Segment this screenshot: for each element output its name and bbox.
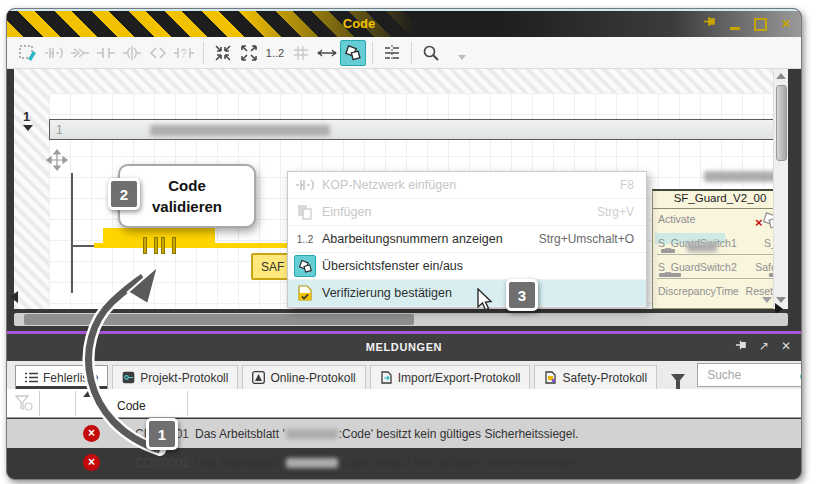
pin-slider [661, 249, 675, 253]
contact-bar-icon [143, 237, 147, 254]
sort-ascending-icon[interactable] [83, 391, 93, 397]
menu-item-kop-netzwerk[interactable]: KOP-Netzwerk einfügen F8 [288, 172, 646, 199]
network-title-redacted [150, 125, 330, 136]
horizontal-scrollbar[interactable] [14, 313, 788, 326]
svg-text:?: ? [181, 48, 187, 59]
step-badge-2: 2 [108, 178, 140, 210]
overview-window-icon [288, 255, 322, 277]
worksheet-name-redacted [286, 429, 338, 439]
pin-value-redacted [687, 243, 717, 252]
zoom-dropdown-caret[interactable] [458, 55, 466, 60]
worksheet-name-redacted [286, 458, 338, 468]
context-menu: KOP-Netzwerk einfügen F8 Einfügen Strg+V… [287, 171, 647, 308]
messages-table-header: Code [7, 389, 801, 418]
safety-log-icon [544, 371, 557, 384]
function-block[interactable]: SF_Guard_V2_00 Activate × S_GuardSwitch1… [652, 189, 788, 309]
pin-connector-line [657, 278, 785, 279]
pin-connector-line [657, 254, 785, 255]
minimize-button[interactable] [730, 27, 740, 30]
step-badge-3: 3 [506, 279, 538, 311]
contact-bar-icon [172, 237, 176, 254]
variable-list-icon[interactable] [379, 41, 405, 65]
insert-network-icon[interactable] [41, 41, 67, 65]
scroll-up-icon[interactable] [776, 73, 786, 79]
collapse-all-icon[interactable] [210, 41, 236, 65]
block-input-guardswitch2[interactable]: S_GuardSwitch2 [658, 261, 737, 273]
ladder-selection-highlight[interactable] [103, 228, 215, 245]
menu-item-verifizierung[interactable]: Verifizierung bestätigen [288, 280, 646, 307]
function-block-name: SF_Guard_V2_00 [653, 191, 787, 209]
confirm-verification-icon [288, 285, 322, 301]
row-filter-icon[interactable] [15, 395, 33, 415]
paste-icon [288, 204, 322, 220]
filter-icon[interactable] [671, 374, 685, 383]
step-badge-1: 1 [146, 418, 178, 450]
import-export-log-icon [380, 371, 393, 384]
new-network-icon[interactable] [15, 41, 41, 65]
block-output-3[interactable]: Reset [746, 285, 773, 297]
error-list-icon [25, 372, 38, 383]
pin-icon[interactable] [703, 15, 716, 33]
search-box [697, 363, 802, 387]
messages-close-icon[interactable]: ✕ [781, 339, 791, 354]
svg-text:×: × [755, 215, 763, 230]
execution-numbers-icon[interactable]: 1..2 [262, 41, 288, 65]
network-margin-number[interactable]: 1 [23, 109, 30, 124]
messages-float-icon[interactable]: ↗ [759, 339, 769, 354]
contact-bar-icon [161, 237, 165, 254]
maximize-button[interactable] [754, 18, 767, 31]
tab-safety-protokoll[interactable]: Safety-Protokoll [534, 365, 657, 389]
block-input-activate[interactable]: Activate [658, 213, 695, 225]
menu-item-einfuegen[interactable]: Einfügen Strg+V [288, 199, 646, 226]
vertical-scrollbar[interactable] [773, 69, 788, 309]
messages-title-bar: MELDUNGEN ↗ ✕ [7, 334, 801, 361]
move-cursor-icon [46, 149, 68, 175]
contact-icon[interactable] [93, 41, 119, 65]
branch-icon[interactable] [67, 41, 93, 65]
network-collapse-icon[interactable] [23, 125, 33, 131]
editor-toolbar: ? 1..2 [7, 37, 801, 69]
canvas-margin-top [14, 69, 788, 93]
mouse-cursor [474, 288, 494, 314]
menu-item-abarbeitungsnummern[interactable]: 1..2 Abarbeitungsnummern anzeigen Strg+U… [288, 226, 646, 253]
error-icon: × [83, 425, 100, 442]
search-input[interactable] [705, 367, 799, 383]
grid-icon[interactable] [288, 41, 314, 65]
messages-tabs: Fehlerliste Projekt-Protokoll Online-Pro… [7, 361, 801, 389]
compare-icon[interactable] [145, 41, 171, 65]
error-icon: × [83, 454, 100, 471]
pin-slider [659, 273, 681, 277]
menu-item-uebersichtsfenster[interactable]: Übersichtsfenster ein/aus [288, 253, 646, 280]
block-scroll-chevron-icon[interactable] [762, 297, 772, 303]
contact-bar-icon [154, 237, 158, 254]
search-zoom-icon[interactable] [418, 41, 444, 65]
tab-online-protokoll[interactable]: Online-Protokoll [242, 365, 365, 389]
tab-fehlerliste[interactable]: Fehlerliste [15, 365, 108, 389]
message-row-2[interactable]: × CDI00001 Das Arbeitsblatt ':Code' besi… [7, 448, 801, 477]
close-button[interactable]: ✕ [781, 15, 791, 33]
unknown-element-icon[interactable]: ? [171, 41, 197, 65]
width-icon[interactable] [314, 41, 340, 65]
online-log-icon [252, 371, 265, 384]
coil-icon[interactable] [119, 41, 145, 65]
overview-window-icon[interactable] [340, 40, 366, 66]
project-log-icon [122, 371, 135, 384]
column-code[interactable]: Code [117, 399, 146, 413]
message-row-1[interactable]: × CDI00001 Das Arbeitsblatt ':Code' besi… [7, 419, 801, 448]
ladder-left-rail [71, 173, 73, 293]
horizontal-scroll-thumb[interactable] [24, 314, 414, 325]
block-input-discrepancytime[interactable]: DiscrepancyTime [658, 285, 739, 297]
search-filter-icon[interactable] [799, 367, 802, 383]
expand-all-icon[interactable] [236, 41, 262, 65]
messages-title: MELDUNGEN [7, 341, 801, 353]
tab-projekt-protokoll[interactable]: Projekt-Protokoll [112, 365, 238, 389]
message-row-3[interactable]: × CDI00001 Das Arbeitsblatt ':Code' besi… [7, 477, 801, 480]
title-bar: Code ✕ [7, 9, 801, 37]
messages-pin-icon[interactable] [735, 339, 747, 354]
insert-network-icon [288, 178, 322, 192]
tab-import-export-protokoll[interactable]: Import/Export-Protokoll [370, 365, 531, 389]
network-header-number: 1 [56, 123, 63, 137]
scroll-left-icon[interactable] [10, 291, 18, 303]
vertical-scroll-thumb[interactable] [776, 85, 787, 161]
network-header-bar[interactable]: 1 [49, 119, 787, 140]
